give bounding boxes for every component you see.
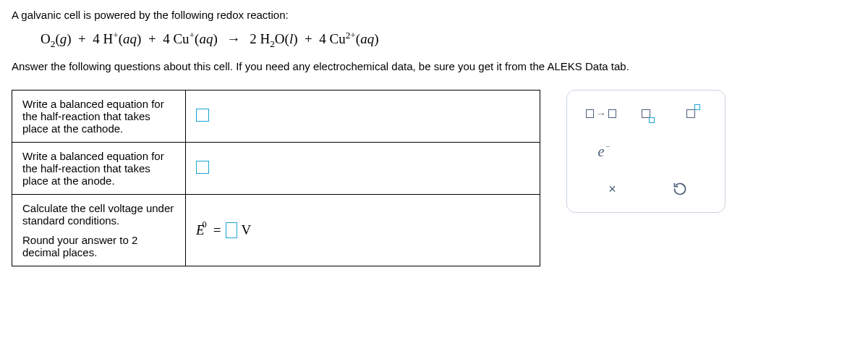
voltage-prompt-b: Round your answer to 2 decimal places. [22,234,175,258]
aleks-data-label: ALEKS Data [547,60,608,72]
redox-equation: O2(g) + 4 H+(aq) + 4 Cu+(aq) → 2 H2O(l) … [41,30,856,50]
clear-button[interactable]: × [597,177,628,201]
yields-arrow-button[interactable]: → [586,102,616,125]
cathode-input[interactable] [196,109,209,122]
instr-part-c: tab. [608,60,629,72]
electron-button[interactable]: e [586,140,616,163]
volt-unit: V [242,222,252,238]
superscript-button[interactable] [676,102,706,125]
question-table: Write a balanced equation for the half-r… [12,90,540,266]
voltage-prompt-a: Calculate the cell voltage under standar… [22,202,175,227]
voltage-prompt: Calculate the cell voltage under standar… [12,195,186,266]
voltage-input[interactable] [226,222,237,238]
instr-part-a: Answer the following questions about thi… [12,60,547,72]
reset-button[interactable] [665,177,695,201]
intro-text: A galvanic cell is powered by the follow… [12,9,856,21]
cathode-prompt: Write a balanced equation for the half-r… [12,90,186,143]
instructions: Answer the following questions about thi… [12,60,856,72]
subscript-button[interactable] [631,102,661,125]
anode-input[interactable] [196,161,209,174]
e-standard-expression: E0 = V [196,222,251,238]
symbol-toolbox: → e × [566,90,726,213]
anode-prompt: Write a balanced equation for the half-r… [12,143,186,195]
